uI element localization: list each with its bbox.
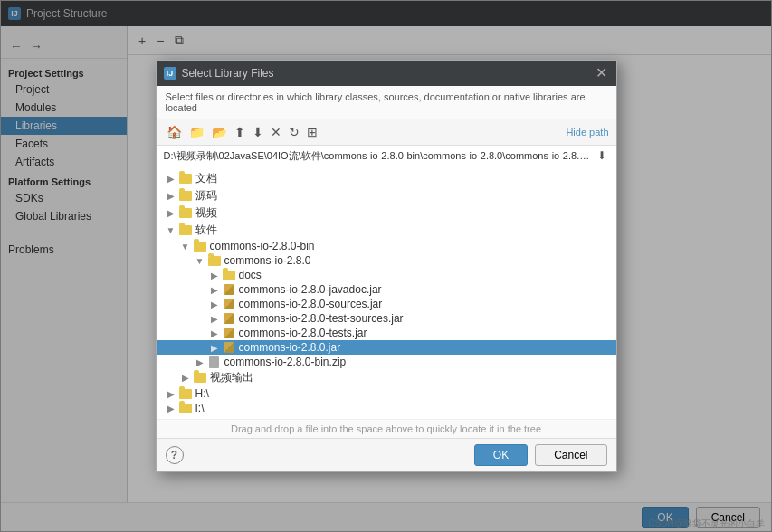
tree-item-8[interactable]: ▶ commons-io-2.8.0-sources.jar: [157, 297, 616, 311]
tree-label-7: commons-io-2.8.0-javadoc.jar: [239, 283, 382, 296]
tree-toggle-11[interactable]: ▶: [207, 343, 222, 353]
folder-icon-0: [178, 173, 193, 185]
tree-toggle-6[interactable]: ▶: [207, 271, 222, 280]
tree-label-5: commons-io-2.8.0: [224, 254, 311, 267]
tree-item-13[interactable]: ▶ 视频输出: [157, 369, 616, 386]
tree-toggle-13[interactable]: ▶: [178, 373, 193, 383]
file-icon-12: [207, 356, 222, 368]
tree-item-11[interactable]: ▶ commons-io-2.8.0.jar: [157, 340, 616, 355]
tree-label-3: 软件: [195, 223, 217, 238]
tree-toggle-7[interactable]: ▶: [207, 285, 222, 295]
tree-item-10[interactable]: ▶ commons-io-2.8.0-tests.jar: [157, 326, 616, 340]
tree-toggle-9[interactable]: ▶: [207, 314, 222, 324]
toolbar-refresh-button[interactable]: ↻: [286, 123, 302, 141]
dialog-ok-button[interactable]: OK: [474, 444, 528, 466]
tree-toggle-3[interactable]: ▼: [164, 225, 178, 235]
jar-icon-8: [222, 298, 236, 310]
tree-item-2[interactable]: ▶ 视频: [157, 204, 616, 222]
toolbar-up-button[interactable]: ⬆: [232, 123, 248, 141]
tree-label-0: 文档: [195, 171, 217, 186]
toolbar-delete-button[interactable]: ✕: [268, 123, 284, 141]
tree-label-6: docs: [239, 269, 262, 281]
folder-icon-4: [193, 240, 207, 252]
hide-path-link[interactable]: Hide path: [566, 127, 608, 138]
tree-toggle-15[interactable]: ▶: [164, 404, 178, 413]
dialog-help-button[interactable]: ?: [166, 446, 184, 464]
tree-label-4: commons-io-2.8.0-bin: [210, 240, 315, 252]
dialog-path-download-btn[interactable]: ⬇: [595, 148, 609, 163]
tree-label-15: I:\: [195, 402, 205, 414]
select-library-dialog: IJ Select Library Files ✕ Select files o…: [156, 60, 617, 472]
tree-toggle-0[interactable]: ▶: [164, 174, 178, 184]
tree-toggle-2[interactable]: ▶: [164, 208, 178, 218]
tree-item-4[interactable]: ▼ commons-io-2.8.0-bin: [157, 239, 616, 253]
tree-label-11: commons-io-2.8.0.jar: [239, 341, 341, 354]
toolbar-expand-button[interactable]: ⊞: [304, 123, 320, 141]
tree-item-14[interactable]: ▶ H:\: [157, 386, 616, 401]
tree-item-12[interactable]: ▶ commons-io-2.8.0-bin.zip: [157, 355, 616, 369]
folder-icon-5: [207, 254, 222, 267]
tree-toggle-4[interactable]: ▼: [178, 242, 193, 252]
dialog-title-bar: IJ Select Library Files ✕: [157, 61, 616, 86]
tree-label-13: 视频输出: [210, 370, 253, 385]
tree-toggle-14[interactable]: ▶: [164, 389, 178, 399]
dialog-title: Select Library Files: [182, 67, 274, 80]
tree-item-7[interactable]: ▶ commons-io-2.8.0-javadoc.jar: [157, 282, 616, 297]
toolbar-home-button[interactable]: 🏠: [164, 123, 185, 141]
toolbar-new-folder-button[interactable]: 📂: [209, 123, 230, 141]
dialog-tree[interactable]: ▶ 文档 ▶ 源码 ▶ 视频 ▼: [157, 166, 616, 419]
tree-toggle-5[interactable]: ▼: [193, 256, 207, 266]
dialog-toolbar: 🏠 📁 📂 ⬆ ⬇ ✕ ↻ ⊞ Hide path: [157, 119, 616, 146]
folder-icon-15: [178, 402, 193, 414]
tree-label-12: commons-io-2.8.0-bin.zip: [224, 356, 347, 368]
tree-label-10: commons-io-2.8.0-tests.jar: [239, 327, 367, 339]
tree-label-2: 视频: [195, 205, 217, 221]
dialog-app-icon: IJ: [164, 67, 176, 80]
tree-label-9: commons-io-2.8.0-test-sources.jar: [239, 312, 404, 325]
tree-item-6[interactable]: ▶ docs: [157, 268, 616, 282]
jar-icon-7: [222, 283, 236, 296]
folder-icon-6: [222, 269, 236, 281]
tree-item-9[interactable]: ▶ commons-io-2.8.0-test-sources.jar: [157, 311, 616, 326]
tree-item-0[interactable]: ▶ 文档: [157, 170, 616, 187]
tree-toggle-10[interactable]: ▶: [207, 328, 222, 338]
tree-label-8: commons-io-2.8.0-sources.jar: [239, 298, 383, 310]
dialog-action-buttons: OK Cancel: [474, 444, 607, 466]
tree-toggle-8[interactable]: ▶: [207, 299, 222, 309]
tree-item-1[interactable]: ▶ 源码: [157, 187, 616, 204]
dialog-footer: ? OK Cancel: [157, 438, 616, 471]
folder-icon-14: [178, 387, 193, 400]
tree-item-3[interactable]: ▼ 软件: [157, 222, 616, 239]
jar-icon-10: [222, 327, 236, 339]
jar-icon-11: [222, 341, 236, 354]
folder-icon-2: [178, 207, 193, 220]
dialog-subtitle: Select files or directories in which lib…: [157, 86, 616, 119]
tree-item-5[interactable]: ▼ commons-io-2.8.0: [157, 253, 616, 268]
tree-toggle-1[interactable]: ▶: [164, 191, 178, 201]
dialog-drag-hint: Drag and drop a file into the space abov…: [157, 419, 616, 438]
dialog-path-bar: D:\视频录制\02JavaSE\04IO流\软件\commons-io-2.8…: [157, 146, 616, 166]
jar-icon-9: [222, 312, 236, 325]
dialog-close-button[interactable]: ✕: [594, 66, 609, 81]
folder-icon-13: [193, 372, 207, 385]
dialog-title-left: IJ Select Library Files: [164, 67, 274, 80]
tree-label-14: H:\: [195, 387, 209, 400]
dialog-overlay: IJ Select Library Files ✕ Select files o…: [0, 0, 772, 532]
tree-label-1: 源码: [195, 188, 217, 204]
folder-icon-3: [178, 224, 193, 237]
toolbar-folder-button[interactable]: 📁: [186, 123, 207, 141]
toolbar-down-button[interactable]: ⬇: [250, 123, 266, 141]
tree-item-15[interactable]: ▶ I:\: [157, 401, 616, 415]
folder-icon-1: [178, 190, 193, 203]
tree-toggle-12[interactable]: ▶: [193, 357, 207, 367]
dialog-cancel-button[interactable]: Cancel: [535, 444, 606, 466]
dialog-path-text: D:\视频录制\02JavaSE\04IO流\软件\commons-io-2.8…: [164, 149, 591, 163]
